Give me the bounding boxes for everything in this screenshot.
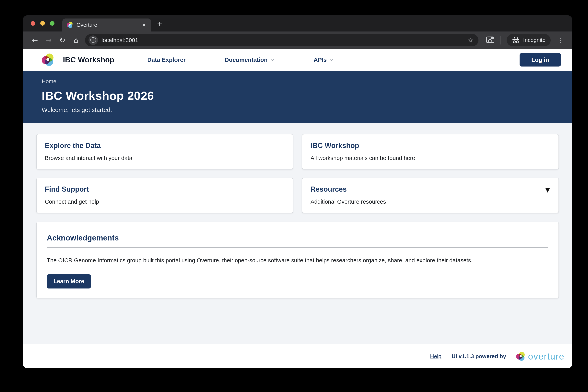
site-footer: Help UI v1.1.3 powered by overture (23, 344, 572, 368)
bookmark-star-icon[interactable]: ☆ (467, 36, 473, 44)
search-tabs-icon[interactable] (486, 36, 495, 44)
page-title: IBC Workshop 2026 (42, 89, 553, 102)
nav-link-apis[interactable]: APIs (306, 56, 342, 63)
acknowledgements-body: The OICR Genome Informatics group built … (47, 256, 548, 264)
browser-menu-icon[interactable]: ⋮ (557, 36, 564, 44)
back-icon[interactable]: ← (28, 36, 42, 44)
address-bar[interactable]: ⓘ localhost:3001 ☆ (85, 34, 478, 46)
chevron-down-icon (329, 58, 334, 62)
page: IBC Workshop Data Explorer Documentation… (23, 49, 572, 368)
card-ibc-workshop[interactable]: IBC Workshop All workshop materials can … (302, 134, 559, 170)
divider (47, 247, 548, 248)
brand-title[interactable]: IBC Workshop (63, 56, 114, 64)
overture-wordmark: overture (528, 351, 565, 362)
browser-toolbar: ← → ↻ ⌂ ⓘ localhost:3001 ☆ (23, 32, 572, 49)
learn-more-button[interactable]: Learn More (47, 274, 91, 288)
overture-logo-icon[interactable] (42, 54, 54, 66)
version-text: UI v1.1.3 powered by (452, 353, 506, 360)
reload-icon[interactable]: ↻ (55, 36, 69, 44)
site-info-icon[interactable]: ⓘ (88, 36, 98, 45)
overture-logo-icon (516, 352, 525, 361)
new-tab-icon[interactable]: + (157, 19, 162, 29)
hero-banner: Home IBC Workshop 2026 Welcome, lets get… (23, 71, 572, 123)
close-window-button[interactable] (31, 21, 35, 26)
site-navbar: IBC Workshop Data Explorer Documentation… (23, 49, 572, 71)
help-link[interactable]: Help (430, 353, 441, 360)
nav-links: Data Explorer Documentation APIs (139, 56, 342, 63)
cards-grid: Explore the Data Browse and interact wit… (36, 134, 559, 213)
tab-title: Overture (76, 22, 141, 28)
browser-window: Overture × + ← → ↻ ⌂ ⓘ localhost:3001 ☆ (23, 15, 572, 368)
dropdown-arrow-icon[interactable]: ▼ (545, 186, 550, 193)
login-button[interactable]: Log in (520, 53, 561, 66)
acknowledgements-title: Acknowledgements (47, 234, 548, 242)
window-controls (31, 21, 54, 26)
card-find-support[interactable]: Find Support Connect and get help (36, 178, 293, 213)
acknowledgements-section: Acknowledgements The OICR Genome Informa… (36, 222, 559, 298)
card-explore-the-data[interactable]: Explore the Data Browse and interact wit… (36, 134, 293, 170)
chevron-down-icon (271, 58, 275, 62)
browser-tab[interactable]: Overture × (62, 18, 151, 32)
incognito-icon (512, 36, 520, 44)
page-subtitle: Welcome, lets get started. (42, 106, 553, 114)
incognito-label: Incognito (523, 37, 546, 43)
url-text[interactable]: localhost:3001 (101, 37, 467, 44)
toolbar-divider (501, 36, 501, 44)
minimize-window-button[interactable] (40, 21, 45, 26)
overture-favicon-icon (67, 22, 73, 28)
nav-link-data-explorer[interactable]: Data Explorer (139, 56, 194, 63)
incognito-badge: Incognito (507, 34, 551, 46)
footer-brand[interactable]: overture (516, 351, 565, 362)
nav-link-documentation[interactable]: Documentation (217, 56, 283, 63)
home-icon[interactable]: ⌂ (69, 36, 83, 44)
card-resources[interactable]: Resources Additional Overture resources … (302, 178, 559, 213)
close-tab-icon[interactable]: × (141, 22, 147, 28)
tab-strip: Overture × + (23, 15, 572, 32)
forward-icon[interactable]: → (42, 36, 55, 44)
breadcrumb-home[interactable]: Home (42, 78, 553, 84)
maximize-window-button[interactable] (50, 21, 54, 26)
main-content: Explore the Data Browse and interact wit… (23, 123, 572, 344)
